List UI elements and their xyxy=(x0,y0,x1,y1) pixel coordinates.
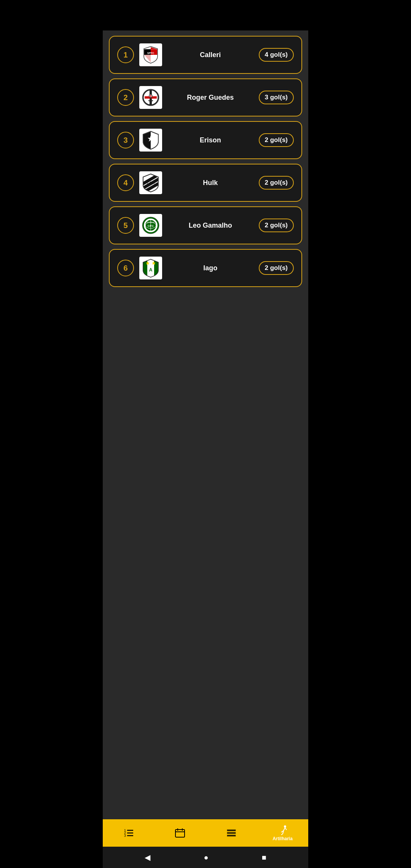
svg-text:CFC: CFC xyxy=(148,224,154,228)
home-button[interactable]: ● xyxy=(204,853,208,862)
system-navigation: ◀ ● ■ xyxy=(103,847,308,868)
rank-badge-6: 6 xyxy=(117,260,134,276)
rank-number-1: 1 xyxy=(123,51,127,59)
nav-item-calendar[interactable] xyxy=(154,819,206,847)
rank-number-5: 5 xyxy=(123,221,127,230)
rank-badge-2: 2 xyxy=(117,89,134,106)
player-name-4: Hulk xyxy=(167,179,253,187)
player-name-2: Roger Guedes xyxy=(167,94,253,102)
goals-text-2: 3 gol(s) xyxy=(265,94,288,101)
team-logo-atletico-mg: CAM xyxy=(139,171,162,194)
svg-line-57 xyxy=(285,828,287,830)
team-logo-america: A xyxy=(139,257,162,279)
goals-text-6: 2 gol(s) xyxy=(265,264,288,271)
team-logo-corinthians xyxy=(139,86,162,109)
rank-number-3: 3 xyxy=(123,136,127,145)
goals-text-4: 2 gol(s) xyxy=(265,179,288,186)
player-card-2: 2 Roger Guedes 3 gol(s) xyxy=(109,78,302,116)
artilharia-icon xyxy=(277,825,288,835)
rank-badge-5: 5 xyxy=(117,217,134,234)
svg-text:A: A xyxy=(149,267,153,273)
svg-point-14 xyxy=(150,95,151,97)
team-logo-coritiba: CFC PARANA xyxy=(139,214,162,237)
team-logo-botafogo xyxy=(139,129,162,152)
svg-rect-43 xyxy=(175,830,185,837)
player-name-6: Iago xyxy=(167,264,253,272)
rank-number-2: 2 xyxy=(123,93,127,102)
goals-badge-1: 4 gol(s) xyxy=(259,48,294,62)
goals-badge-3: 2 gol(s) xyxy=(259,133,294,147)
goals-text-3: 2 gol(s) xyxy=(265,136,288,144)
player-card-3: 3 Erison 2 gol(s) xyxy=(109,121,302,159)
bottom-navigation: 1 2 3 xyxy=(103,819,308,847)
svg-text:PARANA: PARANA xyxy=(147,221,155,223)
svg-text:SPFC: SPFC xyxy=(147,52,155,54)
team-logo-spfc: SPFC xyxy=(139,43,162,66)
player-name-1: Calleri xyxy=(167,51,253,59)
back-button[interactable]: ◀ xyxy=(145,853,150,862)
rank-number-4: 4 xyxy=(123,179,127,187)
svg-line-54 xyxy=(284,828,285,831)
top-spacer xyxy=(103,0,308,30)
player-card-1: 1 SPFC Calleri 4 gol(s) xyxy=(109,36,302,74)
svg-point-53 xyxy=(284,825,286,828)
nav-item-rankings[interactable]: 1 2 3 xyxy=(103,819,154,847)
rank-number-6: 6 xyxy=(123,264,127,273)
svg-line-58 xyxy=(281,834,283,835)
calendar-icon xyxy=(175,828,185,838)
player-card-6: 6 A xyxy=(109,249,302,287)
rankings-icon: 1 2 3 xyxy=(123,828,134,838)
goals-badge-4: 2 gol(s) xyxy=(259,176,294,190)
artilharia-label: Artilharia xyxy=(272,836,293,841)
goals-text-1: 4 gol(s) xyxy=(265,51,288,58)
rank-badge-4: 4 xyxy=(117,174,134,191)
recent-button[interactable]: ■ xyxy=(262,853,266,862)
goals-text-5: 2 gol(s) xyxy=(265,222,288,229)
nav-item-standings[interactable] xyxy=(206,819,257,847)
goals-badge-5: 2 gol(s) xyxy=(259,219,294,232)
standings-icon xyxy=(226,828,237,838)
rank-badge-3: 3 xyxy=(117,132,134,148)
svg-text:3: 3 xyxy=(124,834,126,838)
player-card-4: 4 CAM Hulk xyxy=(109,164,302,202)
goals-badge-2: 3 gol(s) xyxy=(259,91,294,104)
player-card-5: 5 CFC PARANA Leo Gamalho 2 gol(s) xyxy=(109,206,302,244)
nav-item-artilharia[interactable]: Artilharia xyxy=(257,819,308,847)
player-list: 1 SPFC Calleri 4 gol(s) xyxy=(103,30,308,819)
svg-text:CAM: CAM xyxy=(147,181,155,185)
player-name-3: Erison xyxy=(167,136,253,144)
rank-badge-1: 1 xyxy=(117,46,134,63)
goals-badge-6: 2 gol(s) xyxy=(259,261,294,275)
player-name-5: Leo Gamalho xyxy=(167,222,253,230)
